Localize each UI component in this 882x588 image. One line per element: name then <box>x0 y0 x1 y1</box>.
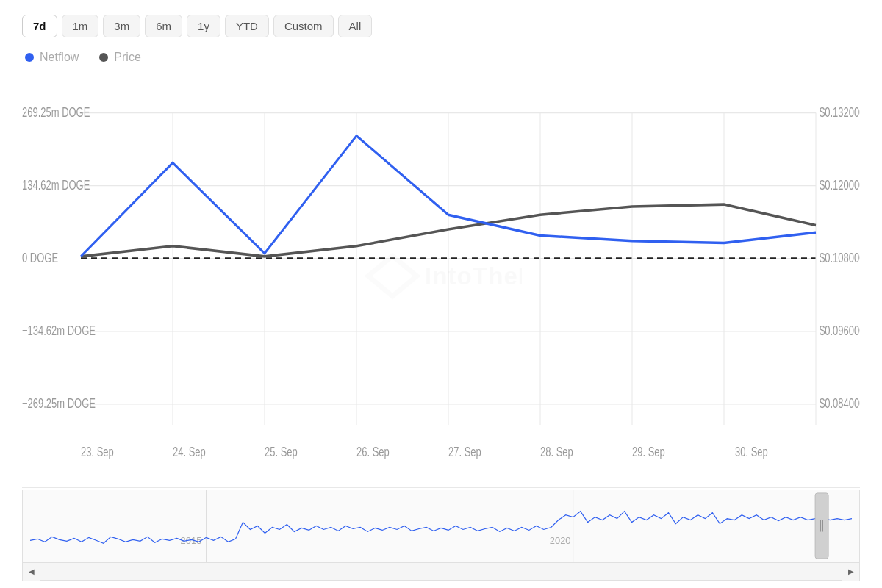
svg-text:269.25m DOGE: 269.25m DOGE <box>22 105 90 120</box>
main-container: 7d1m3m6m1yYTDCustomAll Netflow Price Int… <box>0 0 882 588</box>
price-legend-dot <box>99 53 108 62</box>
netflow-legend-item: Netflow <box>25 51 79 64</box>
scrollbar-row: ◀ ▶ <box>22 563 860 581</box>
time-btn-all[interactable]: All <box>338 15 373 37</box>
svg-text:134.62m DOGE: 134.62m DOGE <box>22 178 90 193</box>
scroll-left-button[interactable]: ◀ <box>23 563 40 581</box>
mini-chart-container: 2015 2020 <box>22 490 860 563</box>
mini-chart-svg: 2015 2020 <box>23 490 859 562</box>
svg-rect-39 <box>815 493 828 559</box>
svg-text:26. Sep: 26. Sep <box>356 444 390 459</box>
time-btn-ytd[interactable]: YTD <box>225 15 269 37</box>
svg-text:$0.108000: $0.108000 <box>820 251 860 265</box>
main-chart-svg: 269.25m DOGE 134.62m DOGE 0 DOGE −134.62… <box>22 71 860 487</box>
scroll-track[interactable] <box>40 563 842 580</box>
time-btn-1m[interactable]: 1m <box>62 15 99 37</box>
time-controls: 7d1m3m6m1yYTDCustomAll <box>22 15 860 37</box>
netflow-legend-label: Netflow <box>40 51 79 64</box>
svg-rect-34 <box>23 490 859 562</box>
svg-text:$0.084000: $0.084000 <box>820 396 860 411</box>
svg-text:−134.62m DOGE: −134.62m DOGE <box>22 323 96 338</box>
svg-text:25. Sep: 25. Sep <box>265 444 298 459</box>
time-btn-7d[interactable]: 7d <box>22 15 57 37</box>
time-btn-6m[interactable]: 6m <box>145 15 182 37</box>
chart-wrapper: IntoTheBlock 269.25m DOGE 134.62m DOGE 0… <box>22 71 860 581</box>
svg-text:30. Sep: 30. Sep <box>735 444 768 459</box>
price-legend-item: Price <box>99 51 140 64</box>
time-btn-3m[interactable]: 3m <box>103 15 140 37</box>
time-btn-1y[interactable]: 1y <box>187 15 220 37</box>
svg-text:$0.132000: $0.132000 <box>820 105 860 120</box>
svg-text:0 DOGE: 0 DOGE <box>22 251 58 265</box>
price-legend-label: Price <box>114 51 140 64</box>
legend: Netflow Price <box>25 51 860 64</box>
main-chart: IntoTheBlock 269.25m DOGE 134.62m DOGE 0… <box>22 71 860 488</box>
netflow-legend-dot <box>25 53 34 62</box>
svg-text:28. Sep: 28. Sep <box>540 444 573 459</box>
svg-text:$0.120000: $0.120000 <box>820 178 860 193</box>
svg-text:24. Sep: 24. Sep <box>173 444 206 459</box>
svg-text:2020: 2020 <box>550 535 571 546</box>
time-btn-custom[interactable]: Custom <box>273 15 334 37</box>
svg-text:23. Sep: 23. Sep <box>81 444 114 459</box>
svg-text:$0.096000: $0.096000 <box>820 323 860 338</box>
svg-text:27. Sep: 27. Sep <box>448 444 481 459</box>
scroll-right-button[interactable]: ▶ <box>842 563 859 581</box>
svg-text:−269.25m DOGE: −269.25m DOGE <box>22 396 96 411</box>
svg-text:29. Sep: 29. Sep <box>632 444 665 459</box>
